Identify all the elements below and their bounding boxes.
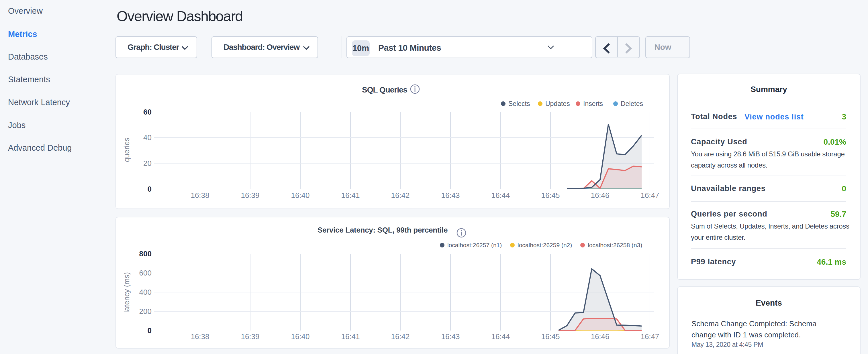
svg-text:16:40: 16:40 [291,332,309,341]
svg-text:16:43: 16:43 [441,332,460,341]
svg-text:16:38: 16:38 [191,191,209,200]
svg-text:16:47: 16:47 [641,191,659,200]
svg-text:16:45: 16:45 [541,332,560,341]
svg-text:0: 0 [148,326,152,335]
svg-text:16:44: 16:44 [491,332,510,341]
svg-text:16:41: 16:41 [341,332,360,341]
svg-text:16:45: 16:45 [541,191,560,200]
svg-text:200: 200 [139,307,152,316]
svg-text:20: 20 [143,159,152,167]
svg-text:40: 40 [143,133,152,142]
svg-text:16:41: 16:41 [341,191,360,200]
svg-text:16:39: 16:39 [241,332,259,341]
svg-text:0: 0 [148,185,152,193]
svg-text:latency (ms): latency (ms) [122,272,131,313]
svg-text:16:46: 16:46 [591,332,609,341]
svg-text:16:38: 16:38 [191,332,209,341]
svg-text:queries: queries [122,137,131,162]
svg-text:800: 800 [139,250,152,258]
svg-text:16:46: 16:46 [591,191,609,200]
svg-text:16:40: 16:40 [291,191,309,200]
svg-text:400: 400 [139,288,152,296]
svg-text:60: 60 [143,108,152,116]
svg-text:16:47: 16:47 [641,332,659,341]
svg-text:16:43: 16:43 [441,191,460,200]
svg-text:16:44: 16:44 [491,191,510,200]
svg-text:16:42: 16:42 [391,332,409,341]
svg-text:16:42: 16:42 [391,191,409,200]
svg-text:16:39: 16:39 [241,191,259,200]
svg-text:600: 600 [139,269,152,277]
